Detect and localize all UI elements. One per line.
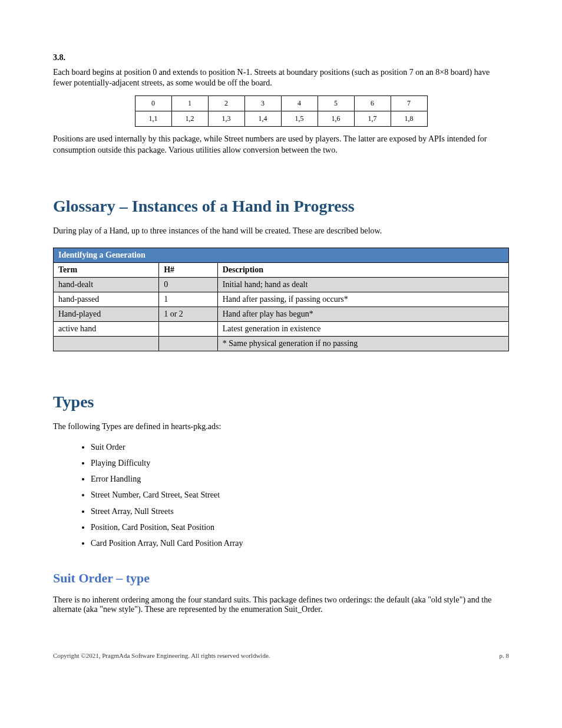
glossary-heading: Glossary – Instances of a Hand in Progre… (53, 197, 509, 216)
table-header-row: Term H# Description (54, 262, 509, 277)
types-heading: Types (53, 393, 509, 411)
list-item: Street Array, Null Streets (91, 504, 509, 519)
table-row: 01 23 45 67 (135, 96, 427, 111)
table-row: active hand Latest generation in existen… (54, 321, 509, 336)
list-item: Error Handling (91, 472, 509, 486)
footer-page-number: p. 8 (500, 652, 510, 659)
paragraph-positions-note: Positions are used internally by this pa… (53, 134, 509, 155)
list-item: Card Position Array, Null Card Position … (91, 536, 509, 551)
glossary-table: Identifying a Generation Term H# Descrip… (53, 248, 509, 351)
glossary-intro: During play of a Hand, up to three insta… (53, 226, 509, 236)
table-header-band: Identifying a Generation (54, 248, 509, 262)
types-intro: The following Types are defined in heart… (53, 422, 509, 431)
page-footer: Copyright ©2021, PragmAda Software Engin… (53, 652, 509, 659)
col-desc: Description (217, 262, 508, 277)
list-item: Suit Order (91, 440, 509, 454)
list-item: Playing Difficulty (91, 456, 509, 470)
list-item: Street Number, Card Street, Seat Street (91, 487, 509, 502)
table-row: hand-passed 1 Hand after passing, if pas… (54, 292, 509, 307)
table-row: * Same physical generation if no passing (54, 336, 509, 351)
table-row: Hand-played 1 or 2 Hand after play has b… (54, 307, 509, 321)
footer-copyright: Copyright ©2021, PragmAda Software Engin… (53, 652, 270, 659)
col-hnum: H# (159, 262, 218, 277)
suit-order-subheading: Suit Order – type (53, 571, 509, 586)
section-number: 3.8. (53, 53, 509, 62)
example-board-table: 01 23 45 67 1,11,2 1,31,4 1,51,6 1,71,8 (135, 95, 428, 127)
table-row: 1,11,2 1,31,4 1,51,6 1,71,8 (135, 111, 427, 127)
list-item: Position, Card Position, Seat Position (91, 520, 509, 535)
glossary-band-header: Identifying a Generation (54, 248, 509, 262)
suit-order-body: There is no inherent ordering among the … (53, 595, 509, 614)
types-list: Suit Order Playing Difficulty Error Hand… (91, 440, 509, 551)
table-row: hand-dealt 0 Initial hand; hand as dealt (54, 277, 509, 292)
col-term: Term (54, 262, 159, 277)
paragraph-positions: Each board begins at position 0 and exte… (53, 67, 509, 88)
